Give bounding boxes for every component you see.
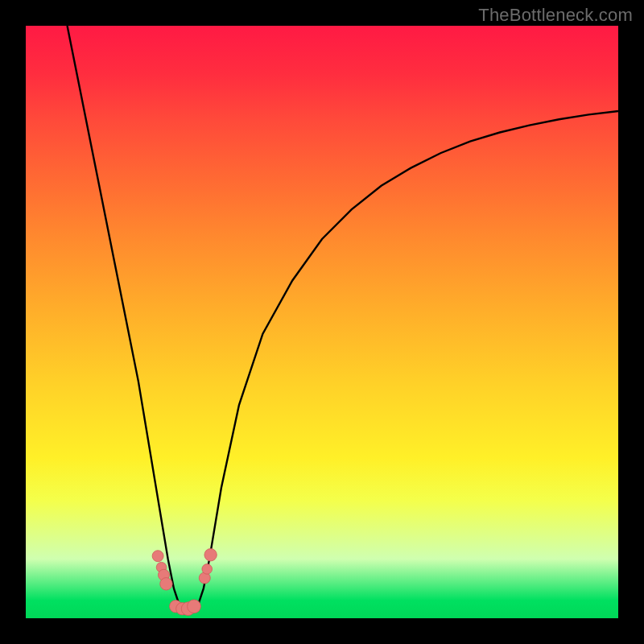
curve-marker bbox=[152, 551, 163, 562]
curve-markers bbox=[152, 549, 217, 616]
curve-marker bbox=[202, 564, 213, 575]
chart-frame: TheBottleneck.com bbox=[0, 0, 644, 644]
curve-marker bbox=[160, 578, 172, 590]
watermark-text: TheBottleneck.com bbox=[478, 5, 633, 26]
plot-area bbox=[26, 26, 618, 618]
curve-marker bbox=[188, 600, 201, 613]
bottleneck-curve bbox=[26, 26, 618, 618]
curve-marker bbox=[204, 549, 217, 561]
curve-line bbox=[68, 26, 618, 613]
